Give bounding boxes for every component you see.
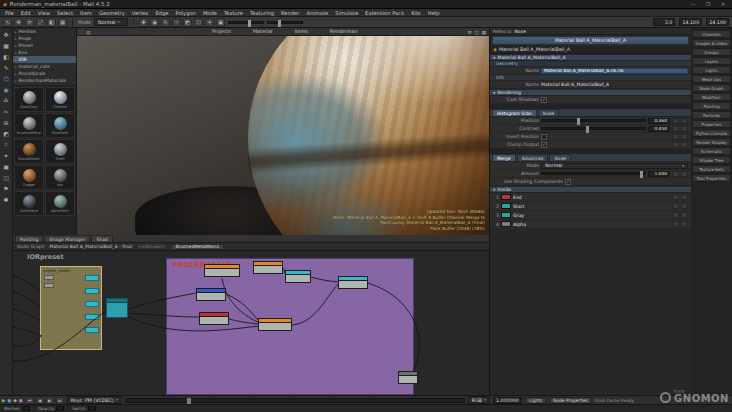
color-swatch[interactable]	[501, 203, 511, 209]
color-swatch[interactable]	[501, 221, 511, 227]
input-env-button[interactable]	[681, 194, 688, 200]
toolbar-icon[interactable]: ⤢	[36, 18, 45, 27]
material-ball[interactable]	[248, 36, 489, 235]
preset-thumbnail[interactable]: RustedSteel	[14, 139, 44, 164]
viewport-icon[interactable]: ◫	[474, 30, 478, 35]
tool-icon[interactable]: ⟁	[1, 96, 12, 104]
input-options-button[interactable]	[672, 212, 679, 218]
toolbar-icon[interactable]: ✚	[139, 18, 148, 27]
tab-merge[interactable]: Merge	[492, 154, 516, 161]
toolbar-field[interactable]: 3.0	[653, 18, 675, 26]
viewport-icon[interactable]: ▤	[86, 30, 90, 35]
tree-item[interactable]: ▸ Procedurals	[13, 70, 76, 77]
preset-thumbnail[interactable]: Chrome	[45, 87, 75, 112]
invert-position-checkbox[interactable]	[541, 134, 547, 140]
item-selector[interactable]: Material Ball A_MaterialBall_A	[492, 36, 689, 45]
dock-tab[interactable]: Image Manager	[44, 235, 90, 242]
toolbar-icon[interactable]: ↖	[3, 18, 12, 27]
inside-section-header[interactable]: ▼ Inside	[490, 186, 691, 193]
tool-icon[interactable]: ✦	[1, 151, 12, 159]
menu-item[interactable]: Simulate	[335, 10, 358, 16]
tree-item[interactable]: ▸ IOR	[13, 56, 76, 63]
tab-advanced[interactable]: Advanced	[517, 154, 549, 161]
status-toggle-box[interactable]	[56, 406, 64, 411]
input-env-button[interactable]	[681, 212, 688, 218]
preset-thumbnail[interactable]: BluePaint	[45, 113, 75, 138]
tool-icon[interactable]: ⬡	[1, 74, 12, 82]
shader-node[interactable]	[338, 276, 368, 289]
toolbar-icon[interactable]: ⌗	[172, 18, 181, 27]
node-properties-button[interactable]: Node Properties	[549, 397, 592, 404]
timeline[interactable]	[125, 398, 465, 403]
palette-tab[interactable]: Render Display	[692, 138, 731, 146]
invert-env-button[interactable]	[681, 134, 688, 140]
clamp-output-checkbox[interactable]: ✓	[541, 142, 547, 148]
toolbar-icon[interactable]: ◩	[183, 18, 192, 27]
toolbar-field[interactable]: 24.100	[706, 18, 729, 26]
tree-item[interactable]: ▸ material_cats	[13, 63, 76, 70]
menu-item[interactable]: File	[5, 10, 14, 16]
input-env-button[interactable]	[681, 221, 688, 227]
menu-item[interactable]: Item	[80, 10, 92, 16]
breadcrumb-item[interactable]: Material Ball A_MaterialBall_A - final	[50, 244, 133, 249]
clamp-options-button[interactable]	[672, 142, 679, 148]
palette-tab[interactable]: Properties	[692, 120, 731, 128]
toolbar-icon[interactable]: ◧	[47, 18, 56, 27]
viewport-icon[interactable]: ⛶	[80, 30, 83, 35]
tool-icon[interactable]: ⌗	[1, 140, 12, 148]
transport-button[interactable]: ◀	[36, 397, 44, 404]
menu-item[interactable]: Geometry	[99, 10, 125, 16]
merge-mode-dropdown[interactable]: Normal ▾	[541, 163, 688, 169]
shader-node[interactable]	[253, 261, 283, 274]
shader-node[interactable]	[199, 312, 229, 325]
palette-tab[interactable]: Modifiers	[692, 93, 731, 101]
slider-thumb[interactable]	[640, 171, 643, 178]
palette-tab[interactable]: Lights	[692, 66, 731, 74]
toolbar-icon[interactable]: ⟳	[25, 18, 34, 27]
status-icon[interactable]: ◆	[13, 398, 16, 403]
amount-options-button[interactable]	[672, 171, 679, 177]
ior-node[interactable]	[106, 298, 128, 318]
input-options-button[interactable]	[672, 194, 679, 200]
transport-button[interactable]: ⏭	[56, 397, 64, 404]
minimize-button[interactable]: —	[687, 0, 699, 8]
item-row[interactable]: ◉ Material Ball A_MaterialBall_A	[490, 46, 691, 54]
input-options-button[interactable]	[672, 221, 679, 227]
viewport-icon[interactable]: ⊞	[468, 30, 472, 35]
merge-input-row[interactable]: 2 Start	[490, 202, 691, 211]
position-field[interactable]: 0.360	[648, 118, 670, 124]
toolbar-icon[interactable]: ▣	[216, 18, 225, 27]
menu-item[interactable]: Texture	[224, 10, 243, 16]
node-chip[interactable]	[85, 275, 99, 281]
palette-tab[interactable]: Layers	[692, 57, 731, 65]
tool-icon[interactable]: ◉	[1, 85, 12, 93]
node-chip[interactable]	[85, 327, 99, 333]
color-swatch[interactable]	[501, 212, 511, 218]
contrast-slider[interactable]	[541, 127, 646, 130]
node-chip[interactable]	[85, 288, 99, 294]
tree-item[interactable]: ▸ Props	[13, 35, 76, 42]
shader-node[interactable]	[285, 270, 311, 283]
palette-tab[interactable]: Texture Sets	[692, 165, 731, 173]
toolbar-icon[interactable]: ✦	[205, 18, 214, 27]
menu-item[interactable]: Mode	[203, 10, 217, 16]
contrast-env-button[interactable]	[681, 126, 688, 132]
shader-node[interactable]	[196, 288, 226, 301]
tool-icon[interactable]: ▦	[1, 41, 12, 49]
merge-input-row[interactable]: 3 Gray	[490, 211, 691, 220]
viewport-tab[interactable]: Items	[294, 29, 307, 34]
menu-item[interactable]: View	[38, 10, 50, 16]
slider-thumb[interactable]	[586, 126, 589, 133]
clamp-env-button[interactable]	[681, 142, 688, 148]
status-toggle[interactable]: Switch	[72, 406, 96, 411]
preset-thumbnail[interactable]: Iron	[45, 165, 75, 190]
menu-item[interactable]: Extension Pack	[365, 10, 404, 16]
tool-icon[interactable]: ◩	[1, 129, 12, 137]
menu-item[interactable]: Edit	[21, 10, 31, 16]
preset-thumbnail[interactable]: DarkMetal	[14, 191, 44, 216]
status-icon[interactable]: ●	[19, 398, 23, 403]
transport-button[interactable]: ▶	[46, 397, 54, 404]
maximize-button[interactable]: ❐	[702, 0, 714, 8]
merge-input-row[interactable]: 1 End	[490, 193, 691, 202]
palette-tab[interactable]: Shader Tree	[692, 156, 731, 164]
